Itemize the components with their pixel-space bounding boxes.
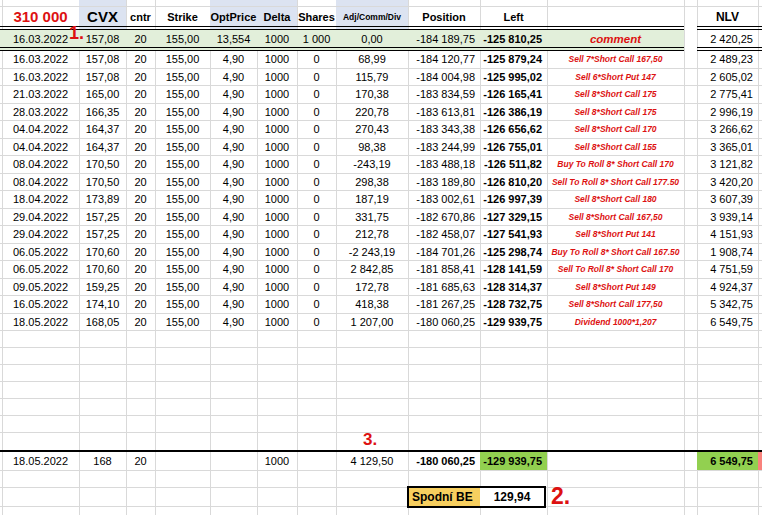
cell-nlv[interactable]: 4 151,93	[697, 226, 758, 243]
cell-adj-comm-div[interactable]: 187,19	[336, 191, 408, 208]
cell-nlv[interactable]: 6 549,75	[697, 314, 758, 331]
cell-position[interactable]: -180 060,25	[408, 314, 480, 331]
cell-strike[interactable]: 155,00	[155, 191, 210, 208]
cell-date[interactable]: 21.03.2022	[2, 86, 79, 103]
cell-adj-comm-div[interactable]: 170,38	[336, 86, 408, 103]
cell-date[interactable]: 16.03.2022	[2, 51, 79, 68]
cell-cntr[interactable]: 20	[126, 191, 155, 208]
cell-cvx-price[interactable]: 170,60	[79, 261, 126, 278]
cell-shares[interactable]: 0	[297, 51, 336, 68]
cell-shares[interactable]: 0	[297, 156, 336, 173]
cell-cvx-price[interactable]: 174,10	[79, 296, 126, 313]
cell-delta[interactable]: 1000	[257, 30, 297, 51]
cell-position[interactable]: -183 189,80	[408, 174, 480, 191]
cell-optprice[interactable]: 4,90	[210, 121, 257, 138]
cell-delta[interactable]: 1000	[257, 156, 297, 173]
cell-optprice[interactable]: 4,90	[210, 139, 257, 156]
cell-position[interactable]: -183 613,81	[408, 104, 480, 121]
cell-comment[interactable]: Dividend 1000*1,207	[547, 314, 684, 331]
cell-comment[interactable]: Sell 8*Short Call 175	[547, 86, 684, 103]
summary-strike[interactable]	[155, 452, 210, 470]
cell-cntr[interactable]: 20	[126, 51, 155, 68]
table-row[interactable]: 04.04.2022 164,37 20 155,00 4,90 1000 0 …	[0, 139, 762, 157]
cell-shares[interactable]: 0	[297, 191, 336, 208]
cell-date[interactable]: 28.03.2022	[2, 104, 79, 121]
cell-optprice[interactable]: 4,90	[210, 174, 257, 191]
cell-strike[interactable]: 155,00	[155, 226, 210, 243]
cell-date[interactable]: 08.04.2022	[2, 156, 79, 173]
cell-nlv[interactable]: 3 365,01	[697, 139, 758, 156]
summary-delta[interactable]: 1000	[257, 452, 297, 470]
cell-nlv[interactable]: 2 420,25	[697, 30, 758, 51]
cell-left[interactable]: -128 141,59	[480, 261, 547, 278]
cell-strike[interactable]: 155,00	[155, 69, 210, 86]
cell-position[interactable]: -181 685,63	[408, 279, 480, 296]
cell-adj-comm-div[interactable]: 270,43	[336, 121, 408, 138]
cell-comment[interactable]: Sell 8*Short Put 149	[547, 279, 684, 296]
cell-shares[interactable]: 0	[297, 314, 336, 331]
cell-nlv[interactable]: 4 751,59	[697, 261, 758, 278]
col-header-shares[interactable]: Shares	[297, 7, 336, 30]
cell-optprice[interactable]: 4,90	[210, 226, 257, 243]
cell-delta[interactable]: 1000	[257, 209, 297, 226]
cell-cntr[interactable]: 20	[126, 261, 155, 278]
cell-delta[interactable]: 1000	[257, 296, 297, 313]
cell-shares[interactable]: 0	[297, 261, 336, 278]
cell-nlv[interactable]: 2 996,19	[697, 104, 758, 121]
summary-cntr[interactable]: 20	[126, 452, 155, 470]
cell-adj-comm-div[interactable]: 172,78	[336, 279, 408, 296]
cell-cntr[interactable]: 20	[126, 139, 155, 156]
cell-nlv[interactable]: 3 121,82	[697, 156, 758, 173]
cell-strike[interactable]: 155,00	[155, 174, 210, 191]
cell-comment[interactable]: Sell 8*Short Put 141	[547, 226, 684, 243]
cell-left[interactable]: -127 329,15	[480, 209, 547, 226]
cell-date[interactable]: 16.05.2022	[2, 296, 79, 313]
cell-position[interactable]: -183 244,99	[408, 139, 480, 156]
summary-nlv[interactable]: 6 549,75	[697, 452, 758, 470]
cell-cntr[interactable]: 20	[126, 30, 155, 51]
cell-comment[interactable]: Sell 8*Short Call 175	[547, 104, 684, 121]
table-row[interactable]: 18.04.2022 173,89 20 155,00 4,90 1000 0 …	[0, 191, 762, 209]
cell-adj-comm-div[interactable]: 212,78	[336, 226, 408, 243]
cell-optprice[interactable]: 4,90	[210, 86, 257, 103]
cell-cvx-price[interactable]: 157,08	[79, 69, 126, 86]
cell-strike[interactable]: 155,00	[155, 156, 210, 173]
cell-delta[interactable]: 1000	[257, 139, 297, 156]
summary-adj-comm-div[interactable]: 4 129,50	[336, 452, 408, 470]
cell-strike[interactable]: 155,00	[155, 139, 210, 156]
table-row[interactable]: 21.03.2022 165,00 20 155,00 4,90 1000 0 …	[0, 86, 762, 104]
opening-position-row[interactable]: 16.03.2022 157,08 20 155,00 13,554 1000 …	[0, 30, 762, 51]
cell-cvx-price[interactable]: 157,25	[79, 209, 126, 226]
cell-shares[interactable]: 0	[297, 279, 336, 296]
cell-position[interactable]: -183 343,38	[408, 121, 480, 138]
cell-strike[interactable]: 155,00	[155, 104, 210, 121]
cell-cntr[interactable]: 20	[126, 86, 155, 103]
cell-optprice[interactable]: 4,90	[210, 191, 257, 208]
col-header-delta[interactable]: Delta	[257, 7, 297, 30]
cell-optprice[interactable]: 4,90	[210, 209, 257, 226]
cell-date[interactable]: 04.04.2022	[2, 139, 79, 156]
table-row[interactable]: 06.05.2022 170,60 20 155,00 4,90 1000 0 …	[0, 244, 762, 262]
cell-left[interactable]: -126 997,39	[480, 191, 547, 208]
cell-cntr[interactable]: 20	[126, 226, 155, 243]
cell-delta[interactable]: 1000	[257, 51, 297, 68]
table-row[interactable]: 08.04.2022 170,50 20 155,00 4,90 1000 0 …	[0, 174, 762, 192]
cell-adj-comm-div[interactable]: 298,38	[336, 174, 408, 191]
cell-shares[interactable]: 0	[297, 69, 336, 86]
cell-date[interactable]: 16.03.2022	[2, 69, 79, 86]
cell-nlv[interactable]: 3 420,20	[697, 174, 758, 191]
cell-date[interactable]: 18.04.2022	[2, 191, 79, 208]
table-row[interactable]: 16.03.2022 157,08 20 155,00 4,90 1000 0 …	[0, 51, 762, 69]
cell-cvx-price[interactable]: 170,50	[79, 156, 126, 173]
cell-cvx-price[interactable]: 157,08	[79, 30, 126, 51]
cell-strike[interactable]: 155,00	[155, 279, 210, 296]
cell-cntr[interactable]: 20	[126, 156, 155, 173]
cell-delta[interactable]: 1000	[257, 121, 297, 138]
cell-adj-comm-div[interactable]: 98,38	[336, 139, 408, 156]
col-header-adj-comm-div[interactable]: Adj/Comm/Div	[336, 7, 408, 30]
cell-comment[interactable]: Buy To Roll 8* Short Call 167.50	[547, 244, 684, 261]
cell-optprice[interactable]: 4,90	[210, 156, 257, 173]
cell-adj-comm-div[interactable]: 418,38	[336, 296, 408, 313]
cell-date[interactable]: 16.03.2022	[2, 30, 79, 51]
cell-adj-comm-div[interactable]: 0,00	[336, 30, 408, 51]
